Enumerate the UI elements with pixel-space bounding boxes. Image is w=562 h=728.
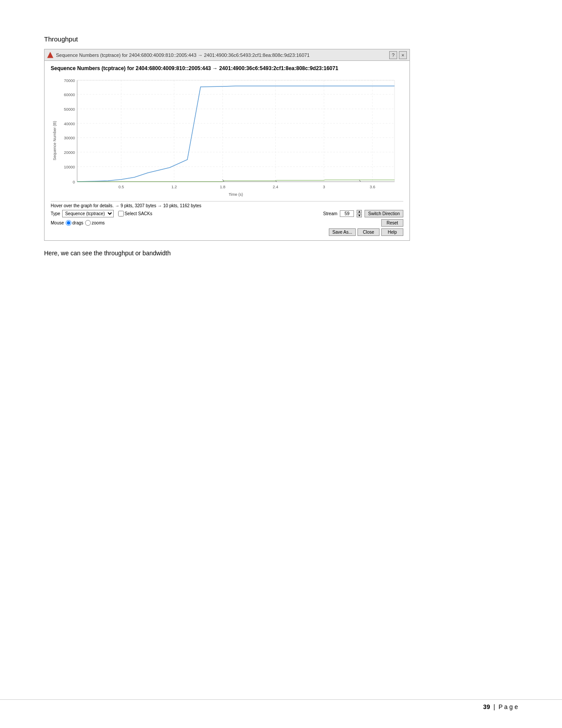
titlebar-right[interactable]: ? × xyxy=(389,51,407,59)
description-text: Here, we can see the throughput or bandw… xyxy=(44,250,518,257)
svg-rect-1 xyxy=(77,80,395,182)
select-sacks-checkbox[interactable] xyxy=(118,211,124,217)
select-sacks-label: Select SACKs xyxy=(125,211,153,216)
drags-radio[interactable] xyxy=(66,220,71,226)
controls-row2-left: Mouse drags zooms xyxy=(51,220,104,226)
close-dialog-button[interactable]: Close xyxy=(357,228,380,236)
mouse-label: Mouse xyxy=(51,220,64,225)
stream-spinner[interactable]: ▲ ▼ xyxy=(357,210,362,217)
dialog-body: Sequence Numbers (tcptrace) for 2404:680… xyxy=(45,61,409,240)
drags-radio-group: drags xyxy=(66,220,83,226)
page-footer: 39 | P a g e xyxy=(0,699,562,710)
close-title-button[interactable]: × xyxy=(399,51,407,59)
stream-up-btn[interactable]: ▲ xyxy=(357,210,362,213)
controls-row1: Type Time Sequence (tcptrace) Select SAC… xyxy=(51,210,403,217)
controls-row1-left: Type Time Sequence (tcptrace) Select SAC… xyxy=(51,210,153,217)
page-label: P a g e xyxy=(499,703,518,710)
svg-text:40000: 40000 xyxy=(64,122,75,126)
svg-text:30000: 30000 xyxy=(64,136,75,140)
controls-row1-right: Stream ▲ ▼ Switch Direction xyxy=(323,210,403,217)
svg-text:20000: 20000 xyxy=(64,150,75,155)
drags-label: drags xyxy=(72,220,83,225)
type-label: Type xyxy=(51,211,60,216)
svg-text:50000: 50000 xyxy=(64,107,75,112)
help-title-button[interactable]: ? xyxy=(389,51,397,59)
svg-text:0.5: 0.5 xyxy=(119,185,124,189)
help-button[interactable]: Help xyxy=(381,228,403,236)
zooms-label: zooms xyxy=(92,220,104,225)
reset-button[interactable]: Reset xyxy=(381,219,403,227)
section-title: Throughput xyxy=(44,35,518,43)
svg-text:1.8: 1.8 xyxy=(220,185,226,189)
stream-label: Stream xyxy=(323,211,337,216)
svg-text:10000: 10000 xyxy=(64,165,75,169)
svg-text:70000: 70000 xyxy=(64,78,75,83)
stream-down-btn[interactable]: ▼ xyxy=(357,214,362,217)
titlebar-left: Sequence Numbers (tcptrace) for 2404:680… xyxy=(47,52,310,58)
dialog-titlebar: Sequence Numbers (tcptrace) for 2404:680… xyxy=(45,49,409,61)
chart-container[interactable]: Sequence Number (B) 70000 60000 500 xyxy=(51,76,403,199)
controls-row2: Mouse drags zooms Reset xyxy=(51,219,403,227)
select-sacks-group: Select SACKs xyxy=(118,211,153,217)
svg-text:1.2: 1.2 xyxy=(171,185,177,189)
svg-text:2.4: 2.4 xyxy=(273,185,279,189)
hover-info: Hover over the graph for details. → 9 pk… xyxy=(51,203,403,208)
controls-row2-right: Reset xyxy=(381,219,403,227)
wireshark-icon xyxy=(47,52,53,58)
dialog-main-title: Sequence Numbers (tcptrace) for 2404:680… xyxy=(51,65,403,72)
chart-svg: Sequence Number (B) 70000 60000 500 xyxy=(51,76,403,199)
svg-text:3.6: 3.6 xyxy=(370,185,376,189)
switch-direction-button[interactable]: Switch Direction xyxy=(365,210,403,217)
svg-text:60000: 60000 xyxy=(64,93,75,97)
titlebar-text: Sequence Numbers (tcptrace) for 2404:680… xyxy=(56,52,310,58)
action-buttons-row: Save As... Close Help xyxy=(51,228,403,236)
dialog-window: Sequence Numbers (tcptrace) for 2404:680… xyxy=(44,49,410,241)
svg-text:3: 3 xyxy=(323,185,325,189)
type-select[interactable]: Time Sequence (tcptrace) xyxy=(62,210,114,217)
stream-input[interactable] xyxy=(340,210,354,217)
zooms-radio-group: zooms xyxy=(85,220,104,226)
page-number: 39 | P a g e xyxy=(483,703,518,710)
zooms-radio[interactable] xyxy=(85,220,91,226)
controls-area: Hover over the graph for details. → 9 pk… xyxy=(51,201,403,238)
svg-text:Time (s): Time (s) xyxy=(229,192,243,197)
page-number-value: 39 xyxy=(483,703,490,710)
svg-text:Sequence Number (B): Sequence Number (B) xyxy=(52,121,57,161)
save-as-button[interactable]: Save As... xyxy=(329,228,356,236)
svg-text:0: 0 xyxy=(73,180,75,184)
